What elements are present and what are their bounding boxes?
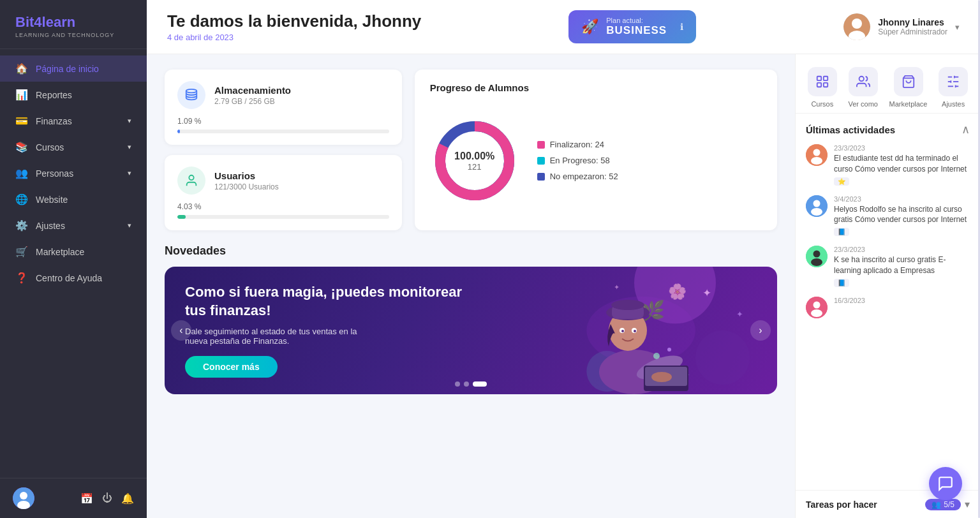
svg-point-30 bbox=[621, 330, 624, 332]
sidebar-item-reportes[interactable]: 📊 Reportes bbox=[0, 82, 147, 108]
power-icon[interactable]: ⏻ bbox=[102, 492, 112, 505]
rp-marketplace[interactable]: Marketplace bbox=[889, 67, 928, 108]
svg-point-7 bbox=[189, 175, 193, 180]
activity-text-3: K se ha inscrito al curso gratis E-learn… bbox=[834, 255, 970, 276]
sidebar-item-finanzas[interactable]: 💳 Finanzas ▾ bbox=[0, 108, 147, 134]
users-percent: 4.03 % bbox=[177, 202, 389, 211]
sidebar-item-label: Marketplace bbox=[36, 247, 84, 257]
user-info: Jhonny Linares Súper Administrador bbox=[878, 17, 947, 36]
reportes-icon: 📊 bbox=[15, 89, 28, 101]
user-dropdown-arrow[interactable]: ▾ bbox=[955, 22, 960, 32]
ayuda-icon: ❓ bbox=[15, 272, 28, 284]
rp-ver-como-label: Ver como bbox=[848, 100, 877, 108]
progress-card: Progreso de Alumnos bbox=[415, 70, 777, 230]
activity-badge-2: 📘 bbox=[834, 228, 849, 236]
content-area: Almacenamiento 2.79 GB / 256 GB 1.09 % bbox=[147, 54, 980, 518]
users-progress-bar bbox=[177, 215, 389, 219]
activity-date-4: 16/3/2023 bbox=[834, 297, 970, 304]
rp-ajustes[interactable]: Ajustes bbox=[939, 67, 968, 108]
activity-text-2: Helyos Rodolfo se ha inscrito al curso g… bbox=[834, 204, 970, 226]
ajustes-icon: ⚙️ bbox=[15, 219, 28, 232]
tasks-count-badge: 👥 5/5 bbox=[925, 499, 961, 510]
user-name: Jhonny Linares bbox=[878, 17, 947, 27]
activity-item-2: 3/4/2023 Helyos Rodolfo se ha inscrito a… bbox=[806, 195, 970, 237]
legend-item-no-empezaron: No empezaron: 52 bbox=[537, 172, 618, 181]
banner-content: Como si fuera magia, ¡puedes monitorear … bbox=[165, 267, 491, 394]
sidebar-logo: Bit4learn LEARNING AND TECHNOLOGY bbox=[0, 0, 147, 49]
activity-date-3: 23/3/2023 bbox=[834, 246, 970, 253]
storage-text: Almacenamiento 2.79 GB / 256 GB bbox=[214, 85, 291, 106]
sidebar-item-label: Website bbox=[36, 195, 68, 205]
banner-next-button[interactable]: › bbox=[750, 320, 771, 341]
logo-colored: Bit4 bbox=[15, 14, 42, 30]
svg-point-1 bbox=[20, 492, 27, 500]
rp-cursos[interactable]: Cursos bbox=[808, 67, 837, 108]
welcome-date: 4 de abril de 2023 bbox=[167, 33, 421, 42]
sidebar-bottom: 📅 ⏻ 🔔 bbox=[0, 478, 147, 518]
svg-point-27 bbox=[611, 300, 644, 310]
legend-item-progreso: En Progreso: 58 bbox=[537, 156, 618, 165]
sidebar-item-personas[interactable]: 👥 Personas ▾ bbox=[0, 160, 147, 186]
donut-label: 100.00% 121 bbox=[454, 150, 494, 171]
main-content: Te damos la bienvenida, Jhonny 4 de abri… bbox=[147, 0, 980, 518]
storage-progress-bar bbox=[177, 130, 389, 133]
plan-info-text: Plan actual: BUSINESS bbox=[606, 17, 667, 37]
sidebar-item-home[interactable]: 🏠 Página de inicio bbox=[0, 56, 147, 82]
rp-ajustes-label: Ajustes bbox=[942, 100, 965, 108]
sidebar: Bit4learn LEARNING AND TECHNOLOGY 🏠 Pági… bbox=[0, 0, 147, 518]
sidebar-item-label: Página de inicio bbox=[36, 64, 99, 74]
sidebar-item-centro-ayuda[interactable]: ❓ Centro de Ayuda bbox=[0, 265, 147, 291]
activities-section: Últimas actividades ∧ 23/3/2023 El estud… bbox=[796, 114, 980, 490]
activities-toggle[interactable]: ∧ bbox=[961, 122, 970, 137]
storage-percent: 1.09 % bbox=[177, 117, 389, 126]
activity-item-3: 23/3/2023 K se ha inscrito al curso grat… bbox=[806, 246, 970, 288]
legend-label-no-empezaron: No empezaron: 52 bbox=[550, 172, 618, 181]
sidebar-bottom-icons: 📅 ⏻ 🔔 bbox=[80, 492, 134, 505]
progress-chart-content: 100.00% 121 Finalizaron: 24 En P bbox=[430, 103, 762, 218]
personas-icon: 👥 bbox=[15, 167, 28, 179]
banner-cta-button[interactable]: Conocer más bbox=[185, 356, 278, 378]
users-progress-fill bbox=[177, 215, 186, 219]
sidebar-item-website[interactable]: 🌐 Website bbox=[0, 186, 147, 212]
stat-cards: Almacenamiento 2.79 GB / 256 GB 1.09 % bbox=[165, 70, 402, 230]
chat-bubble[interactable] bbox=[929, 467, 962, 500]
marketplace-icon-circle bbox=[894, 67, 923, 96]
logo-rest: learn bbox=[42, 14, 76, 30]
donut-percent: 100.00% bbox=[454, 150, 494, 161]
app-tagline: LEARNING AND TECHNOLOGY bbox=[15, 32, 131, 38]
sidebar-item-marketplace[interactable]: 🛒 Marketplace bbox=[0, 239, 147, 265]
chevron-down-icon: ▾ bbox=[128, 143, 131, 151]
tasks-toggle[interactable]: ▾ bbox=[965, 498, 970, 510]
website-icon: 🌐 bbox=[15, 193, 28, 205]
finanzas-icon: 💳 bbox=[15, 115, 28, 127]
banner-title: Como si fuera magia, ¡puedes monitorear … bbox=[185, 283, 471, 320]
user-avatar-small[interactable] bbox=[13, 487, 34, 509]
topbar-center: 🚀 Plan actual: BUSINESS ℹ bbox=[568, 10, 696, 43]
donut-count: 121 bbox=[454, 161, 494, 171]
users-text: Usuarios 121/3000 Usuarios bbox=[214, 170, 279, 191]
users-title: Usuarios bbox=[214, 170, 279, 181]
bell-icon[interactable]: 🔔 bbox=[121, 492, 134, 505]
banner-illustration bbox=[491, 267, 777, 394]
tasks-icon: 👥 bbox=[932, 500, 941, 509]
user-avatar bbox=[843, 13, 870, 40]
svg-point-57 bbox=[811, 208, 822, 216]
svg-point-56 bbox=[813, 200, 820, 207]
plan-badge[interactable]: 🚀 Plan actual: BUSINESS ℹ bbox=[568, 10, 696, 43]
activity-text-1: El estudiante test dd ha terminado el cu… bbox=[834, 153, 970, 175]
sidebar-item-cursos[interactable]: 📚 Cursos ▾ bbox=[0, 134, 147, 160]
sidebar-item-label: Personas bbox=[36, 168, 73, 179]
rp-ver-como[interactable]: Ver como bbox=[848, 67, 877, 108]
tasks-badge: 👥 5/5 ▾ bbox=[925, 498, 970, 510]
svg-point-54 bbox=[811, 157, 822, 165]
users-sub: 121/3000 Usuarios bbox=[214, 182, 279, 191]
topbar: Te damos la bienvenida, Jhonny 4 de abri… bbox=[147, 0, 980, 54]
activities-header: Últimas actividades ∧ bbox=[806, 122, 970, 137]
sidebar-item-ajustes[interactable]: ⚙️ Ajustes ▾ bbox=[0, 212, 147, 239]
legend-label-progreso: En Progreso: 58 bbox=[550, 156, 610, 165]
calendar-icon[interactable]: 📅 bbox=[80, 492, 93, 505]
rp-cursos-label: Cursos bbox=[811, 100, 833, 108]
svg-rect-40 bbox=[824, 83, 828, 87]
right-panel-icons: Cursos Ver como bbox=[796, 54, 980, 114]
legend-dot-pink bbox=[537, 141, 545, 149]
